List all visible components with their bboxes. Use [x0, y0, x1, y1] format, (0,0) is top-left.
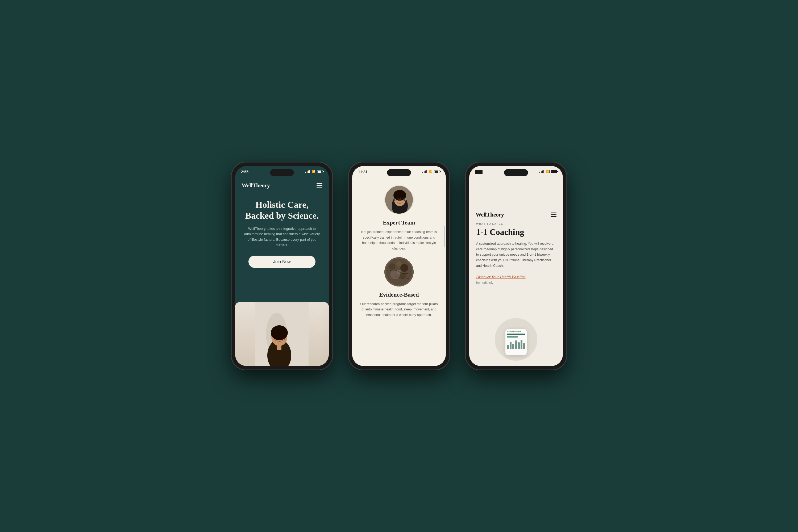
- join-now-button[interactable]: Join Now: [248, 255, 316, 268]
- section1-title: Expert Team: [383, 219, 415, 226]
- dynamic-island-1: [270, 169, 294, 176]
- phone1-content: WellTheory Holistic Care,Backed by Scien…: [235, 166, 329, 366]
- nature-photo: [384, 257, 414, 286]
- wifi-icon-3: 📶: [546, 170, 550, 173]
- signal-icon-3: [539, 170, 544, 173]
- coaching-title: 1-1 Coaching: [476, 227, 556, 237]
- signal-icon-2: [422, 170, 427, 173]
- wifi-icon-1: 📶: [312, 170, 316, 173]
- immediately-text: Immediately: [476, 281, 556, 285]
- mini-phone-illustration: NUTRITIONAL STATUS: [506, 329, 527, 355]
- phone-2: 11:31 📶: [348, 162, 450, 370]
- nature-avatar: [384, 257, 414, 286]
- status-icons-1: 📶: [305, 170, 323, 173]
- svg-rect-5: [277, 345, 281, 350]
- svg-point-15: [389, 263, 396, 270]
- discover-link[interactable]: Discover Your Health Baseline: [476, 275, 556, 279]
- phone-1: 2:55 📶: [231, 162, 332, 370]
- hamburger-menu-3[interactable]: [551, 212, 556, 217]
- svg-point-4: [271, 325, 288, 340]
- svg-point-17: [400, 264, 408, 272]
- expert-photo: [385, 186, 414, 214]
- scroll-indicator-2: [444, 226, 445, 247]
- time-3: 2:56: [475, 170, 482, 174]
- hero-image-1: [235, 302, 329, 366]
- welltheory-logo-1: WellTheory: [242, 182, 270, 189]
- phone3-content: WellTheory WHAT TO EXPECT 1-1 Coaching A…: [469, 166, 563, 366]
- phone3-header: WellTheory: [469, 195, 563, 222]
- status-icons-2: 📶: [422, 170, 440, 173]
- section2-title: Evidence-Based: [379, 291, 419, 298]
- battery-icon-3: [551, 170, 557, 173]
- dynamic-island-3: [504, 169, 528, 176]
- wifi-icon-2: 📶: [429, 170, 433, 173]
- section2-text: Our research-backed programs target the …: [360, 301, 438, 318]
- status-icons-3: 📶: [539, 170, 557, 173]
- time-2: 11:31: [358, 170, 367, 174]
- welltheory-logo-3: WellTheory: [476, 211, 504, 218]
- svg-point-9: [394, 190, 406, 201]
- bottom-illustration: NUTRITIONAL STATUS: [490, 323, 543, 366]
- mini-chart: [507, 338, 525, 349]
- phone2-content: Expert Team Not just trained, experience…: [352, 180, 446, 366]
- battery-icon-1: [317, 170, 323, 173]
- hero-title: Holistic Care,Backed by Science.: [243, 200, 321, 221]
- hamburger-menu-1[interactable]: [317, 183, 322, 188]
- hero-subtitle: WellTheory takes an integrative approach…: [243, 226, 321, 248]
- coaching-description: A customized approach to healing. You wi…: [476, 241, 556, 268]
- section1-text: Not just trained, experienced. Our coach…: [360, 229, 438, 251]
- what-to-expect-label: WHAT TO EXPECT: [476, 222, 556, 225]
- expert-avatar: [384, 185, 414, 214]
- phone1-hero: Holistic Care,Backed by Science. WellThe…: [235, 194, 329, 273]
- person-illustration: [255, 302, 308, 366]
- signal-icon-1: [305, 170, 310, 173]
- phone-3: 2:56 📶: [466, 162, 567, 370]
- phones-container: 2:55 📶: [231, 162, 567, 370]
- dynamic-island-2: [387, 169, 411, 176]
- svg-point-16: [396, 261, 402, 267]
- time-1: 2:55: [241, 170, 248, 174]
- battery-icon-2: [434, 170, 440, 173]
- coaching-section: WHAT TO EXPECT 1-1 Coaching A customized…: [469, 222, 563, 285]
